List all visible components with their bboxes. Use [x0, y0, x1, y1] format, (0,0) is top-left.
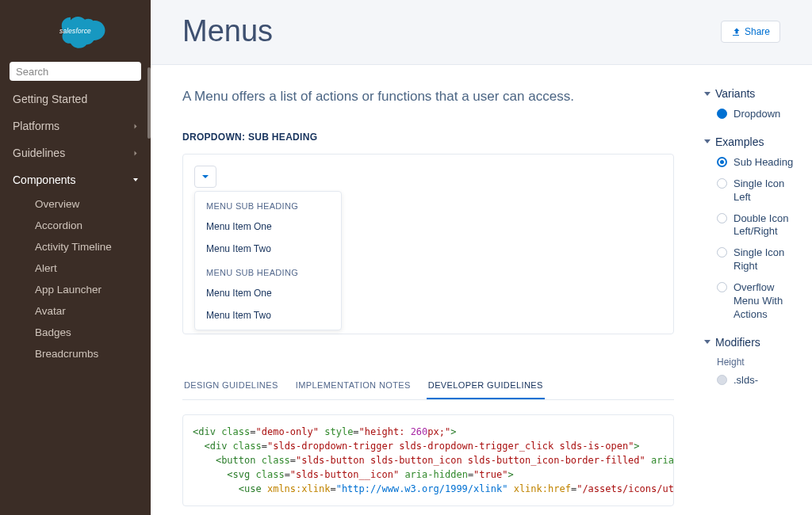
main: Menus Share A Menu offers a list of acti…	[151, 0, 812, 515]
example-sub-heading[interactable]: Sub Heading	[706, 156, 801, 170]
nav-components[interactable]: Components	[0, 166, 151, 193]
subnav-alert[interactable]: Alert	[0, 258, 151, 279]
share-icon	[731, 27, 741, 36]
radio-icon	[717, 282, 727, 292]
tab-developer-guidelines[interactable]: DEVELOPER GUIDELINES	[427, 372, 545, 399]
share-button[interactable]: Share	[721, 21, 780, 43]
search-input[interactable]	[10, 62, 141, 81]
example-double-icon[interactable]: Double Icon Left/Right	[706, 212, 801, 239]
subnav-badges[interactable]: Badges	[0, 322, 151, 343]
radio-icon	[717, 109, 727, 119]
nav-platforms[interactable]: Platforms	[0, 113, 151, 139]
content: A Menu offers a list of actions or funct…	[151, 65, 706, 515]
menu-item[interactable]: Menu Item Two	[195, 304, 341, 326]
subnav-avatar[interactable]: Avatar	[0, 300, 151, 322]
menu-item[interactable]: Menu Item One	[195, 282, 341, 304]
search-wrap	[0, 62, 151, 86]
nav-getting-started[interactable]: Getting Started	[0, 86, 151, 113]
subnav-breadcrumbs[interactable]: Breadcrumbs	[0, 343, 151, 364]
modifiers-heading[interactable]: Modifiers	[706, 336, 801, 349]
nav-guidelines[interactable]: Guidelines	[0, 139, 151, 166]
radio-icon	[717, 375, 727, 385]
subnav-overview[interactable]: Overview	[0, 193, 151, 215]
right-column: Variants Dropdown Examples Sub Heading S…	[706, 65, 812, 515]
examples-heading[interactable]: Examples	[706, 135, 801, 148]
sidebar: salesforce Getting Started Platforms Gui…	[0, 0, 151, 515]
example-single-icon-left[interactable]: Single Icon Left	[706, 177, 801, 204]
radio-icon	[717, 178, 727, 189]
page-title: Menus	[182, 14, 273, 48]
menu-sub-heading: MENU SUB HEADING	[195, 260, 341, 282]
subnav-accordion[interactable]: Accordion	[0, 215, 151, 236]
example-overflow-menu[interactable]: Overflow Menu With Actions	[706, 281, 801, 322]
modifier-slds[interactable]: .slds-	[706, 374, 801, 387]
code-block: <div class="demo-only" style="height: 26…	[182, 414, 674, 506]
example-panel: MENU SUB HEADING Menu Item One Menu Item…	[182, 154, 674, 334]
logo-area: salesforce	[0, 0, 151, 62]
dropdown-trigger-button[interactable]	[194, 166, 216, 188]
example-label: DROPDOWN: SUB HEADING	[182, 132, 674, 143]
svg-text:salesforce: salesforce	[59, 28, 91, 35]
doc-tabs: DESIGN GUIDELINES IMPLEMENTATION NOTES D…	[182, 372, 674, 400]
share-label: Share	[745, 26, 770, 37]
tab-design-guidelines[interactable]: DESIGN GUIDELINES	[182, 372, 280, 399]
scrollbar[interactable]	[147, 67, 151, 139]
subnav-app-launcher[interactable]: App Launcher	[0, 279, 151, 300]
variant-dropdown[interactable]: Dropdown	[706, 108, 801, 121]
radio-icon	[717, 213, 727, 223]
tab-implementation-notes[interactable]: IMPLEMENTATION NOTES	[294, 372, 412, 399]
menu-item[interactable]: Menu Item One	[195, 216, 341, 238]
radio-icon	[717, 247, 727, 258]
subnav-activity-timeline[interactable]: Activity Timeline	[0, 236, 151, 258]
height-label: Height	[706, 357, 801, 368]
menu-sub-heading: MENU SUB HEADING	[195, 193, 341, 216]
example-single-icon-right[interactable]: Single Icon Right	[706, 246, 801, 273]
variants-heading[interactable]: Variants	[706, 87, 801, 100]
lead-text: A Menu offers a list of actions or funct…	[182, 89, 674, 105]
radio-icon	[717, 157, 727, 167]
menu-item[interactable]: Menu Item Two	[195, 238, 341, 260]
page-header: Menus Share	[151, 0, 812, 65]
salesforce-logo: salesforce	[45, 12, 105, 50]
dropdown-menu: MENU SUB HEADING Menu Item One Menu Item…	[194, 191, 342, 330]
